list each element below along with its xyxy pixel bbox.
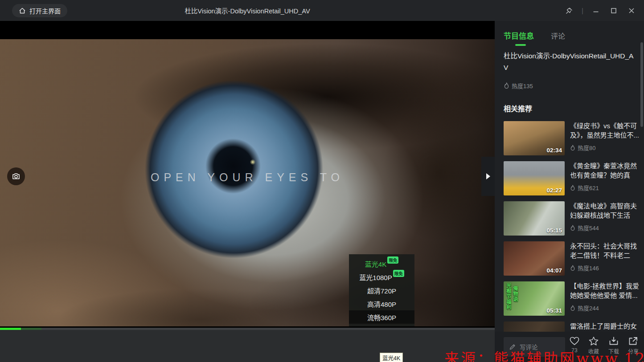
player-control-bar: 00:03/01:13 弹 A | 登录或注册 后来一发吧！ 倍速 4K 选集 (0, 329, 495, 362)
free-badge: 限免 (393, 270, 404, 277)
quality-tooltip: 蓝光4K (380, 353, 403, 362)
flame-icon (570, 145, 575, 151)
duration-badge: 02:27 (546, 187, 562, 194)
sidebar-scrollbar[interactable] (640, 42, 643, 127)
heat-stat: 热度146 (570, 264, 639, 272)
quality-option-label: 高清480P (367, 299, 396, 309)
title-bar: 打开主界面 杜比Vision演示-DolbyVisionRetail_UHD_A… (0, 0, 644, 21)
video-title[interactable]: 《魔法电波》高智商夫妇躲避核战地下生活35... (570, 201, 639, 220)
quality-option-label: 蓝光4K (365, 259, 386, 268)
star-icon (588, 336, 599, 346)
quality-menu: 蓝光4K 限免 蓝光1080P 限免 超清720P 高清480P 流畅360P (349, 254, 414, 326)
list-item[interactable]: 04:07 永不回头：社会大哥找老二借钱！不料老二当... 热度146 (504, 241, 642, 276)
quality-option-label: 流畅360P (367, 313, 396, 322)
video-title[interactable]: 《绿皮书》vs《触不可及》，虽然男主地位不... (570, 121, 639, 140)
video-thumbnail[interactable]: 02:27 (504, 161, 565, 195)
titlebar-separator: | (581, 7, 584, 14)
video-thumbnail[interactable] (504, 321, 565, 332)
free-badge: 限免 (387, 256, 398, 264)
related-heading: 相关推荐 (504, 103, 532, 114)
active-tab-underline (515, 44, 526, 46)
heat-stat: 热度135 (504, 81, 533, 90)
heat-stat: 热度544 (570, 224, 639, 232)
list-item[interactable]: 光棍节福利俺物语 05:31 【电影-拯救世界】我爱她她爱他他爱他 爱情... … (504, 281, 642, 316)
window-title: 杜比Vision演示-DolbyVisionRetail_UHD_AV (0, 0, 495, 21)
list-item[interactable]: 02:34 《绿皮书》vs《触不可及》，虽然男主地位不... 热度80 (504, 121, 642, 155)
duration-badge: 04:07 (546, 267, 562, 274)
close-button[interactable] (625, 4, 638, 17)
tab-program-info[interactable]: 节目信息 (504, 30, 534, 41)
quality-option-720p[interactable]: 超清720P (349, 284, 414, 297)
list-item[interactable]: 05:15 《魔法电波》高智商夫妇躲避核战地下生活35... 热度544 (504, 201, 642, 236)
list-item[interactable]: 02:27 《黄金瞳》秦萱冰竟然也有黄金瞳？她的真实... 热度621 (504, 161, 642, 195)
flame-icon (570, 305, 575, 311)
duration-badge: 05:31 (546, 307, 562, 314)
duration-badge: 02:34 (546, 147, 562, 154)
video-title[interactable]: 永不回头：社会大哥找老二借钱！不料老二当... (570, 241, 639, 260)
quality-option-label: 超清720P (367, 286, 396, 295)
download-icon (608, 336, 619, 346)
heat-stat: 热度80 (570, 143, 639, 152)
quality-option-360p[interactable]: 流畅360P (349, 310, 414, 324)
collapse-sidebar-toggle[interactable] (481, 157, 495, 196)
quality-option-4k[interactable]: 蓝光4K 限免 (349, 257, 414, 270)
list-item[interactable]: 雷洛搭上了周爵士的女 (504, 321, 642, 332)
video-caption: OPEN YOUR EYES TO (0, 171, 495, 184)
chevron-right-icon (486, 173, 490, 179)
camera-icon (12, 172, 21, 181)
heat-value: 热度135 (512, 81, 533, 90)
flame-icon (504, 82, 509, 89)
tab-comments[interactable]: 评论 (551, 30, 565, 41)
video-thumbnail[interactable]: 02:34 (504, 121, 565, 155)
minimize-button[interactable] (590, 4, 602, 17)
video-thumbnail[interactable]: 光棍节福利俺物语 05:31 (504, 281, 565, 316)
video-title[interactable]: 雷洛搭上了周爵士的女 (570, 321, 639, 331)
sidebar-scroll-area[interactable]: 节目信息 评论 杜比Vision演示-DolbyVisionRetail_UHD… (495, 21, 644, 332)
played-bar (0, 328, 21, 330)
seek-bar[interactable] (0, 328, 495, 330)
video-thumbnail[interactable]: 05:15 (504, 201, 565, 236)
video-player[interactable]: OPEN YOUR EYES TO 蓝光4K 限免 蓝光1080P 限免 超清7… (0, 21, 495, 329)
program-title: 杜比Vision演示-DolbyVisionRetail_UHD_AV (504, 50, 637, 73)
video-title[interactable]: 【电影-拯救世界】我爱她她爱他他爱他 爱情... (570, 281, 639, 300)
maximize-button[interactable] (607, 4, 620, 17)
watermark-text: 来源：熊猫辅助网www.12580cn.cn (444, 347, 644, 362)
flame-icon (570, 185, 575, 191)
quality-option-480p[interactable]: 高清480P (349, 297, 414, 310)
sidebar: 节目信息 评论 杜比Vision演示-DolbyVisionRetail_UHD… (495, 21, 644, 362)
flame-icon (570, 225, 575, 231)
flame-icon (570, 265, 575, 271)
video-thumbnail[interactable]: 04:07 (504, 241, 565, 276)
heat-stat: 热度621 (570, 183, 639, 192)
screenshot-button[interactable] (7, 167, 25, 185)
duration-badge: 05:15 (546, 227, 562, 234)
video-title[interactable]: 《黄金瞳》秦萱冰竟然也有黄金瞳？她的真实... (570, 161, 639, 180)
quality-option-1080p[interactable]: 蓝光1080P 限免 (349, 270, 414, 284)
share-icon (628, 336, 639, 346)
heart-icon (569, 336, 580, 346)
pin-icon[interactable] (563, 4, 575, 17)
quality-option-label: 蓝光1080P (359, 273, 392, 282)
related-list: 02:34 《绿皮书》vs《触不可及》，虽然男主地位不... 热度80 02:2… (504, 121, 642, 332)
heat-stat: 热度244 (570, 304, 639, 312)
